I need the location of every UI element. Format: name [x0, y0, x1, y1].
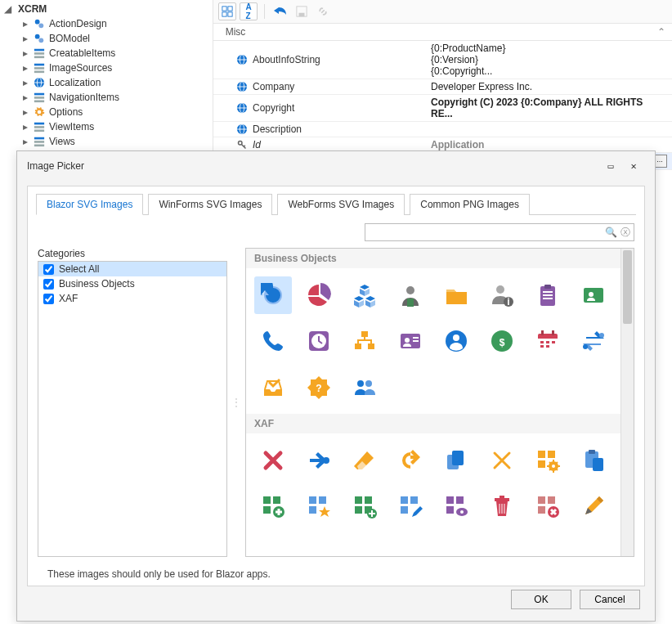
splitter[interactable]: ⋮ — [234, 248, 239, 557]
pie-chart-icon[interactable] — [300, 276, 338, 314]
tree-item[interactable]: ▸NavigationItems — [21, 90, 213, 105]
tree-item-label: ImageSources — [49, 62, 112, 74]
gear-blue-icon — [33, 17, 46, 30]
grid-eye-icon[interactable] — [437, 487, 475, 525]
tab[interactable]: Common PNG Images — [410, 194, 530, 215]
navigate-to-icon[interactable] — [300, 442, 338, 479]
property-row[interactable]: Description — [213, 122, 672, 137]
expand-icon[interactable]: ▸ — [21, 62, 29, 74]
property-name: Company — [253, 81, 294, 92]
paste-icon[interactable] — [575, 442, 612, 479]
tab[interactable]: Blazor SVG Images — [36, 194, 143, 215]
clock-icon[interactable] — [300, 322, 338, 360]
tree-item[interactable]: ▸Options — [21, 105, 213, 119]
alphabetical-button[interactable]: AZ — [240, 2, 258, 20]
globe-icon — [236, 102, 248, 114]
tree-item[interactable]: ▸ViewItems — [21, 119, 213, 134]
property-row[interactable]: CopyrightCopyright (C) 2023 {0:Company} … — [213, 95, 672, 122]
categorized-button[interactable] — [218, 2, 236, 20]
org-chart-icon[interactable] — [346, 322, 383, 360]
expand-icon[interactable]: ▸ — [21, 106, 29, 118]
eraser-icon[interactable] — [346, 442, 383, 479]
undo-button[interactable] — [271, 2, 289, 20]
grid-gear-icon[interactable] — [529, 442, 567, 479]
collapse-icon[interactable]: ⌃ — [657, 26, 665, 38]
svg-point-112 — [460, 510, 464, 514]
search-input[interactable] — [369, 227, 602, 238]
trash-icon[interactable] — [483, 487, 521, 525]
user-circle-icon[interactable] — [437, 322, 475, 360]
category-item[interactable]: Business Objects — [38, 276, 226, 291]
property-name: Id — [253, 139, 261, 150]
tree-item[interactable]: ▸CreatableItems — [21, 46, 213, 61]
property-row[interactable]: CompanyDeveloper Express Inc. — [213, 79, 672, 95]
tree-item[interactable]: ▸ActionDesign — [21, 16, 213, 31]
redo-icon[interactable] — [392, 442, 429, 479]
expand-icon[interactable]: ▸ — [21, 136, 29, 147]
person-icon[interactable] — [392, 276, 429, 314]
dollar-icon[interactable]: $ — [483, 322, 521, 360]
cancel-button[interactable]: Cancel — [580, 590, 640, 609]
folder-icon[interactable] — [437, 276, 475, 314]
expand-icon[interactable]: ▸ — [21, 33, 29, 44]
inbox-check-icon[interactable] — [254, 368, 292, 406]
grid-add-icon[interactable] — [254, 487, 292, 525]
contact-card-icon[interactable] — [575, 276, 612, 314]
tree-item[interactable]: ▸ImageSources — [21, 61, 213, 75]
tree-item[interactable]: ▸BOModel — [21, 31, 213, 46]
grid-edit-icon[interactable] — [392, 487, 429, 525]
svg-line-42 — [244, 146, 245, 147]
transfer-icon[interactable] — [575, 322, 612, 360]
group-header: Business Objects — [246, 249, 620, 268]
id-card-icon[interactable] — [392, 322, 429, 360]
users-group-icon[interactable] — [346, 368, 383, 406]
clipboard-icon[interactable] — [529, 276, 567, 314]
svg-rect-70 — [540, 341, 544, 343]
ok-button[interactable]: OK — [511, 590, 571, 609]
scrollbar[interactable] — [620, 249, 634, 556]
tree-root-node[interactable]: ◢ XCRM — [3, 2, 213, 16]
category-checkbox[interactable] — [43, 264, 54, 275]
grid-star-icon[interactable] — [300, 487, 338, 525]
svg-rect-85 — [538, 451, 545, 458]
tab[interactable]: WebForms SVG Images — [277, 194, 405, 215]
calendar-icon[interactable] — [529, 322, 567, 360]
history-icon[interactable] — [254, 276, 292, 314]
tree-item-label: CreatableItems — [49, 47, 115, 59]
close-thin-icon[interactable] — [483, 442, 521, 479]
category-checkbox[interactable] — [43, 279, 54, 290]
svg-rect-18 — [34, 130, 44, 132]
clear-search-icon[interactable]: ⓧ — [620, 226, 630, 240]
property-row[interactable]: AboutInfoString{0:ProductName}{0:Version… — [213, 41, 672, 79]
expand-icon[interactable]: ▸ — [21, 47, 29, 59]
category-label: Business Objects — [59, 278, 135, 290]
category-checkbox[interactable] — [43, 294, 54, 304]
expand-icon[interactable]: ▸ — [21, 92, 29, 103]
delete-x-icon[interactable] — [254, 442, 292, 479]
phone-icon[interactable] — [254, 322, 292, 360]
expand-icon[interactable]: ◢ — [3, 3, 11, 15]
expand-icon[interactable]: ▸ — [21, 121, 29, 132]
category-header[interactable]: Misc ⌃ — [213, 24, 672, 41]
close-button[interactable]: ✕ — [622, 158, 645, 174]
question-badge-icon[interactable]: ? — [300, 368, 338, 406]
svg-rect-102 — [355, 506, 362, 514]
grid-plus-icon[interactable] — [346, 487, 383, 525]
category-item[interactable]: Select All — [38, 262, 226, 276]
pencil-icon[interactable] — [575, 487, 612, 525]
search-icon[interactable]: 🔍 — [605, 227, 617, 238]
tree-item[interactable]: ▸Views — [21, 134, 213, 149]
tree-item[interactable]: ▸Localization — [21, 75, 213, 90]
grid-remove-icon[interactable] — [529, 487, 567, 525]
tab[interactable]: WinForms SVG Images — [148, 194, 272, 215]
svg-rect-87 — [538, 460, 545, 468]
svg-rect-69 — [538, 339, 558, 351]
maximize-button[interactable]: ▭ — [599, 158, 622, 174]
scrollbar-thumb[interactable] — [623, 250, 632, 324]
person-info-icon[interactable]: i — [483, 276, 521, 314]
expand-icon[interactable]: ▸ — [21, 77, 29, 88]
expand-icon[interactable]: ▸ — [21, 18, 29, 29]
cubes-icon[interactable] — [346, 276, 383, 314]
category-item[interactable]: XAF — [38, 291, 226, 306]
copy-icon[interactable] — [437, 442, 475, 479]
